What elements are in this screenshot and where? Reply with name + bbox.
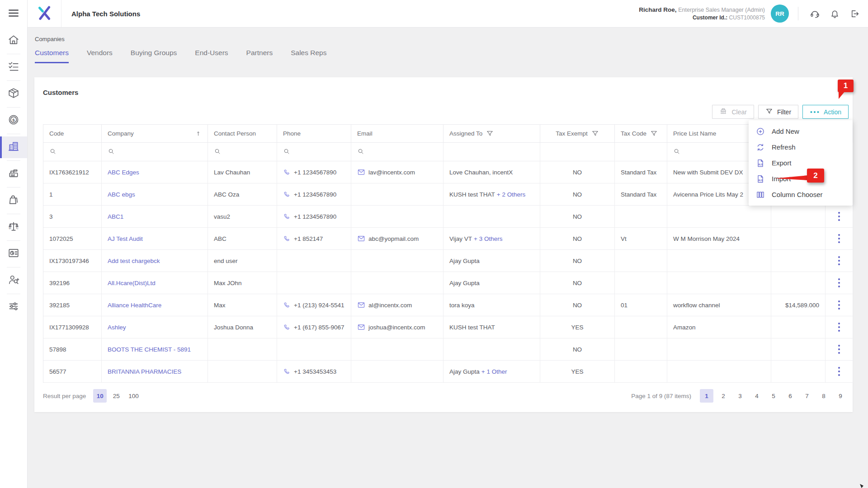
column-header-contact-person[interactable]: Contact Person — [208, 125, 277, 143]
mail-icon — [357, 168, 365, 176]
table-row-4-tax-exempt: NO — [540, 228, 615, 250]
assigned-others-link[interactable]: + 1 Other — [481, 368, 507, 375]
clear-button[interactable]: Clear — [712, 105, 754, 119]
per-page-option-10[interactable]: 10 — [93, 389, 107, 403]
page-button-7[interactable]: 7 — [800, 389, 814, 403]
menu-item-refresh[interactable]: Refresh — [749, 139, 853, 155]
tab-sales-reps[interactable]: Sales Reps — [291, 49, 326, 63]
company-link[interactable]: BOOTS THE CHEMIST - 5891 — [108, 346, 191, 353]
tab-customers[interactable]: Customers — [35, 49, 69, 63]
table-row-4-assigned-to: Vijay VT+ 3 Others — [443, 228, 540, 250]
assigned-names: Love Chauhan, incentX — [449, 169, 513, 176]
table-row-10-amount — [771, 361, 826, 383]
sidebar-item-ledger[interactable]: DC — [0, 216, 27, 238]
row-kebab-menu-icon[interactable] — [831, 278, 847, 288]
page-button-1[interactable]: 1 — [700, 389, 713, 403]
sidebar-item-payments[interactable]: $ — [0, 110, 27, 131]
filter-input-code[interactable] — [43, 143, 102, 161]
column-header-company[interactable]: Company — [102, 125, 208, 143]
assigned-others-link[interactable]: + 2 Others — [497, 191, 525, 198]
tab-end-users[interactable]: End-Users — [195, 49, 228, 63]
filter-input-contact-person[interactable] — [208, 143, 277, 161]
column-header-phone[interactable]: Phone — [277, 125, 351, 143]
search-icon — [357, 148, 364, 156]
table-row-2-company: ABC ebgs — [102, 183, 208, 206]
filter-input-phone[interactable] — [277, 143, 351, 161]
page-button-4[interactable]: 4 — [750, 389, 764, 403]
page-button-6[interactable]: 6 — [783, 389, 797, 403]
row-kebab-menu-icon[interactable] — [831, 344, 847, 354]
table-row-2-email — [351, 183, 443, 206]
sidebar-item-preferences[interactable] — [0, 296, 27, 318]
sidebar-item-package[interactable] — [0, 83, 27, 105]
search-icon — [108, 148, 115, 156]
company-link[interactable]: BRITANNIA PHARMACIES — [108, 368, 181, 375]
avatar[interactable]: RR — [771, 5, 789, 23]
page-button-2[interactable]: 2 — [717, 389, 730, 403]
sidebar-item-companies[interactable] — [0, 136, 27, 158]
sidebar-item-prospects[interactable] — [0, 270, 27, 291]
column-header-code[interactable]: Code — [43, 125, 102, 143]
table-row-9-price-list — [667, 338, 771, 361]
page-button-3[interactable]: 3 — [733, 389, 747, 403]
company-link[interactable]: ABC1 — [108, 213, 123, 220]
row-kebab-menu-icon[interactable] — [831, 234, 847, 244]
column-header-tax-exempt[interactable]: Tax Exempt — [540, 125, 615, 143]
table-row-6-assigned-to: Ajay Gupta — [443, 272, 540, 294]
row-kebab-menu-icon[interactable] — [831, 300, 847, 310]
sidebar-item-reports[interactable] — [0, 243, 27, 265]
column-header-tax-code[interactable]: Tax Code — [615, 125, 667, 143]
columns-icon — [756, 190, 765, 199]
row-kebab-menu-icon[interactable] — [831, 211, 847, 221]
sidebar-item-purchases[interactable] — [0, 190, 27, 211]
table-row-5-price-list — [667, 250, 771, 272]
page-button-8[interactable]: 8 — [817, 389, 830, 403]
notifications-bell-icon[interactable] — [825, 4, 844, 23]
tab-buying-groups[interactable]: Buying Groups — [131, 49, 177, 63]
user-role: Enterprise Sales Manager (Admin) — [678, 7, 765, 13]
row-kebab-menu-icon[interactable] — [831, 366, 847, 376]
menu-item-export[interactable]: XLSExport — [749, 155, 853, 171]
column-filter-funnel-icon[interactable] — [650, 130, 658, 137]
support-headset-icon[interactable] — [805, 4, 825, 23]
page-button-5[interactable]: 5 — [767, 389, 780, 403]
per-page-option-100[interactable]: 100 — [126, 389, 142, 403]
sort-ascending-icon[interactable] — [195, 130, 202, 137]
page-button-9[interactable]: 9 — [834, 389, 847, 403]
sidebar-item-home[interactable] — [0, 30, 27, 52]
column-filter-funnel-icon[interactable] — [591, 130, 599, 137]
column-filter-funnel-icon[interactable] — [486, 130, 494, 137]
company-link[interactable]: ABC ebgs — [108, 191, 135, 198]
filter-input-email[interactable] — [351, 143, 443, 161]
per-page-option-25[interactable]: 25 — [109, 389, 123, 403]
filter-input-company[interactable] — [102, 143, 208, 161]
row-kebab-menu-icon[interactable] — [831, 322, 847, 332]
company-link[interactable]: Ashley — [108, 324, 126, 331]
action-button[interactable]: Action — [802, 105, 849, 119]
table-row-4-code: 1072025 — [43, 228, 102, 250]
hamburger-menu-icon[interactable] — [5, 5, 22, 21]
menu-item-add-new[interactable]: Add New — [749, 123, 853, 139]
column-header-email[interactable]: Email — [351, 125, 443, 143]
company-link[interactable]: Alliance HealthCare — [108, 302, 161, 309]
logout-icon[interactable] — [844, 4, 864, 23]
row-kebab-menu-icon[interactable] — [831, 256, 847, 266]
company-link[interactable]: All.Hcare(Dist)Ltd — [108, 280, 156, 286]
menu-item-column-chooser[interactable]: Column Chooser — [749, 187, 853, 202]
sidebar-item-billing[interactable] — [0, 163, 27, 185]
home-icon — [8, 34, 19, 47]
column-header-assigned-to[interactable]: Assigned To — [443, 125, 540, 143]
sidebar-item-tasks[interactable] — [0, 56, 27, 78]
company-link[interactable]: ABC Edges — [108, 169, 139, 176]
tab-vendors[interactable]: Vendors — [87, 49, 113, 63]
logo-box[interactable] — [28, 0, 61, 27]
table-row-6-contact: Max JOhn — [208, 272, 277, 294]
purchases-icon — [8, 194, 19, 207]
table-row-5-tax-exempt: NO — [540, 250, 615, 272]
company-link[interactable]: Add test chargebck — [108, 258, 160, 264]
tab-partners[interactable]: Partners — [246, 49, 273, 63]
table-row-9-tax-code — [615, 338, 667, 361]
assigned-others-link[interactable]: + 3 Others — [474, 235, 502, 242]
company-link[interactable]: AJ Test Audit — [108, 235, 143, 242]
filter-button[interactable]: Filter — [758, 105, 798, 119]
